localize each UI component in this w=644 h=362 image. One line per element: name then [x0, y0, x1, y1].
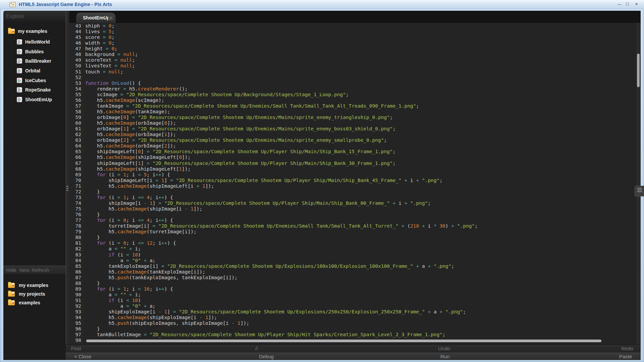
sidebar-item-ropesnake[interactable]: RopeSnake — [3, 85, 66, 95]
close-icon[interactable]: ✕ — [634, 1, 639, 7]
code-line-90: 90 a = "" + i; — [69, 292, 641, 298]
line-number: 82 — [69, 246, 81, 252]
code-line-93: 93 shipExploImage[i - 1] = "2D_Resources… — [69, 309, 641, 315]
sidebar-resizer[interactable] — [66, 11, 69, 360]
refresh-button[interactable]: Refresh — [32, 266, 49, 274]
vertical-scrollbar[interactable] — [637, 23, 640, 344]
code-line-56: 56 h5.cacheImage(scImage); — [69, 98, 641, 103]
code-line-53: 53function OnLoad() { — [69, 80, 641, 86]
tab-bar — [69, 11, 641, 23]
sidebar-item-orbital[interactable]: Orbital — [3, 66, 66, 76]
code-line-92: 92 a = "0" + a; — [69, 303, 641, 309]
code-line-61: 61 orbImage[1] = "2D_Resources/space/Com… — [69, 126, 641, 132]
sidebar-item-icecubes[interactable]: IceCubes — [3, 75, 66, 85]
close-file-button[interactable]: < Close — [74, 353, 91, 360]
code-line-69: 69 for (i = 1; i < 5; i++) { — [69, 172, 641, 178]
code-line-67: 67 shipImageLeft[1] = "2D_Resources/spac… — [69, 161, 641, 166]
hide-button[interactable]: Hide — [6, 266, 16, 274]
folder-item-label: my projects — [19, 291, 45, 297]
debug-button[interactable]: Debug — [259, 353, 274, 360]
line-number: 49 — [69, 57, 81, 63]
find-button[interactable]: Find — [71, 345, 81, 353]
tab-shootemup[interactable]: ShootEmUp x — [76, 13, 115, 23]
line-number: 70 — [69, 178, 81, 183]
code-line-50: 50livesText = null; — [69, 63, 641, 69]
code-line-83: 83 if (i < 10) — [69, 252, 641, 258]
example-file-icon — [17, 87, 22, 93]
resizer-grip-icon[interactable] — [66, 185, 68, 193]
code-line-45: 45score = 0; — [69, 35, 641, 40]
folder-item-label: examples — [19, 300, 40, 305]
maximize-icon[interactable]: ☐ — [625, 1, 630, 7]
right-drawer-handle-icon[interactable] — [635, 186, 644, 196]
line-number: 62 — [69, 132, 81, 137]
line-number: 88 — [69, 281, 81, 286]
line-number: 66 — [69, 155, 81, 160]
tab-close-icon[interactable]: x — [108, 15, 113, 20]
example-file-icon — [17, 97, 22, 102]
line-number: 77 — [69, 218, 81, 223]
code-line-63: 63 orbImage[2] = "2D_Resources/space/Com… — [69, 137, 641, 143]
sidebar-item-my-examples-root[interactable]: my examples — [8, 28, 47, 35]
code-line-80: 80 } — [69, 235, 641, 240]
line-number: 91 — [69, 298, 81, 303]
line-number: 63 — [69, 137, 81, 143]
folder-item-examples[interactable]: examples — [3, 298, 66, 307]
examples-tree: HelloWorldBubblesBallBreakerOrbitalIceCu… — [3, 37, 66, 104]
horizontal-scrollbar[interactable] — [86, 340, 601, 342]
line-number: 57 — [69, 103, 81, 109]
line-number: 83 — [69, 252, 81, 258]
code-line-46: 46width = 0; — [69, 40, 641, 46]
sidebar-item-helloworld[interactable]: HelloWorld — [3, 37, 66, 47]
line-number: 96 — [69, 326, 81, 332]
sidebar-item-ballbreaker[interactable]: BallBreaker — [3, 56, 66, 66]
code-line-47: 47height = 0; — [69, 46, 641, 52]
sidebar-item-label: IceCubes — [25, 78, 46, 83]
app-window: HTML5 Javascript Game Engine - Pix Arts … — [0, 0, 644, 362]
sidebar-item-label: BallBreaker — [25, 58, 51, 64]
code-line-65: 65 shipImageLeft[0] = "2D_Resources/spac… — [69, 149, 641, 155]
new-button[interactable]: New — [19, 266, 30, 274]
root-folder-label: my examples — [18, 28, 47, 34]
redo-button[interactable]: Redo — [621, 345, 633, 353]
line-number: 78 — [69, 223, 81, 229]
line-number: 94 — [69, 315, 81, 320]
code-line-79: 79 h5.cacheImage(turretImage[i]); — [69, 229, 641, 235]
sidebar-item-label: RopeSnake — [25, 87, 51, 93]
folder-item-my-examples[interactable]: my examples — [3, 281, 66, 290]
folder-item-my-projects[interactable]: my projects — [3, 290, 66, 298]
line-number: 74 — [69, 200, 81, 206]
folder-item-label: my examples — [19, 283, 48, 288]
paste-button[interactable]: Paste — [619, 353, 632, 360]
sidebar-item-shootemup[interactable]: ShootEmUp — [3, 95, 66, 105]
editor-toolbar-row1: Find // Undo Redo — [66, 344, 641, 353]
line-number: 84 — [69, 258, 81, 263]
line-number: 72 — [69, 189, 81, 195]
code-line-57: 57 tankImage = "2D_Resources/space/Compl… — [69, 103, 641, 109]
vertical-scrollbar-thumb[interactable] — [637, 54, 640, 87]
sidebar-item-bubbles[interactable]: Bubbles — [3, 47, 66, 57]
desktop: { "window": { "title": "HTML5 Javascript… — [0, 0, 644, 362]
line-number: 56 — [69, 98, 81, 103]
line-number: 75 — [69, 206, 81, 212]
example-file-icon — [17, 49, 22, 54]
workspace-folders: my examplesmy projectsexamples — [3, 281, 66, 307]
editor-toolbar-row2: < Close Debug Run Paste — [66, 353, 641, 360]
minimize-icon[interactable]: — — [616, 1, 622, 7]
code-line-59: 59 orbImage[0] = "2D_Resources/space/Com… — [69, 115, 641, 120]
code-line-75: 75 h5.cacheImage(shipImage[i - 1]); — [69, 206, 641, 212]
line-number: 79 — [69, 229, 81, 235]
app-icon — [9, 2, 16, 7]
undo-button[interactable]: Undo — [438, 345, 450, 353]
line-number: 92 — [69, 303, 81, 309]
code-line-62: 62 h5.cacheImage(orbImage[1]); — [69, 132, 641, 137]
comment-button[interactable]: // — [255, 345, 258, 353]
line-number: 81 — [69, 240, 81, 246]
line-number: 73 — [69, 195, 81, 200]
line-number: 86 — [69, 269, 81, 275]
run-button[interactable]: Run — [440, 353, 450, 360]
code-line-48: 48background = null; — [69, 52, 641, 57]
code-area[interactable]: 43shiph = 0;44lives = 5;45score = 0;46wi… — [69, 23, 641, 344]
line-number: 71 — [69, 183, 81, 189]
folder-icon — [8, 292, 15, 297]
